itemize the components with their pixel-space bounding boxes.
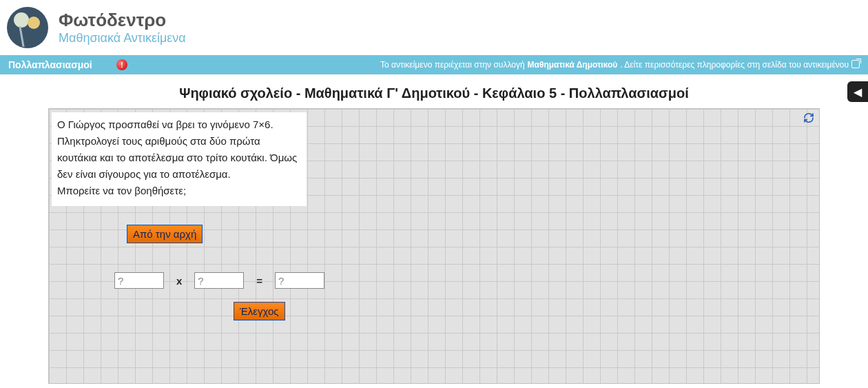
side-tab[interactable]: ◀ [847, 81, 868, 102]
info-text-prefix: Το αντικείμενο περιέχεται στην συλλογή [380, 60, 525, 70]
info-text-collection: Μαθηματικά Δημοτικού [528, 60, 618, 70]
check-button[interactable]: Έλεγχος [234, 302, 285, 320]
times-symbol: x [176, 275, 182, 287]
instruction-line-2: Πληκτρολογεί τους αριθμούς στα δύο πρώτα… [57, 133, 301, 183]
operand-2-input[interactable] [194, 272, 244, 289]
instruction-line-3: Μπορείτε να τον βοηθήσετε; [57, 183, 301, 199]
alert-icon[interactable]: ! [116, 59, 127, 70]
restart-button[interactable]: Από την αρχή [127, 225, 203, 243]
page-title: Ψηφιακό σχολείο - Μαθηματικά Γ' Δημοτικο… [0, 74, 868, 108]
instruction-line-1: Ο Γιώργος προσπαθεί να βρει το γινόμενο … [57, 116, 301, 133]
info-bar-right: Το αντικείμενο περιέχεται στην συλλογή Μ… [380, 60, 860, 70]
external-link-icon [851, 60, 860, 68]
info-text-suffix: . Δείτε περισσότερες πληροφορίες στη σελ… [620, 60, 849, 70]
calc-row: x = [114, 272, 324, 289]
object-title: Πολλαπλασιασμοί [8, 59, 92, 70]
instruction-box: Ο Γιώργος προσπαθεί να βρει το γινόμενο … [52, 112, 307, 206]
external-link[interactable] [851, 60, 860, 70]
site-title: Φωτόδεντρο [59, 10, 186, 31]
equals-symbol: = [256, 275, 262, 287]
operand-1-input[interactable] [114, 272, 164, 289]
refresh-icon[interactable] [803, 112, 815, 124]
info-bar: Πολλαπλασιασμοί ! Το αντικείμενο περιέχε… [0, 55, 868, 74]
header-text: Φωτόδεντρο Μαθησιακά Αντικείμενα [59, 10, 186, 45]
site-header: Φωτόδεντρο Μαθησιακά Αντικείμενα [0, 0, 868, 55]
workspace: Ο Γιώργος προσπαθεί να βρει το γινόμενο … [48, 108, 820, 384]
result-input[interactable] [275, 272, 324, 289]
chevron-left-icon: ◀ [854, 85, 862, 99]
info-bar-left: Πολλαπλασιασμοί ! [8, 59, 127, 70]
site-subtitle: Μαθησιακά Αντικείμενα [59, 31, 186, 45]
site-logo [7, 7, 48, 48]
